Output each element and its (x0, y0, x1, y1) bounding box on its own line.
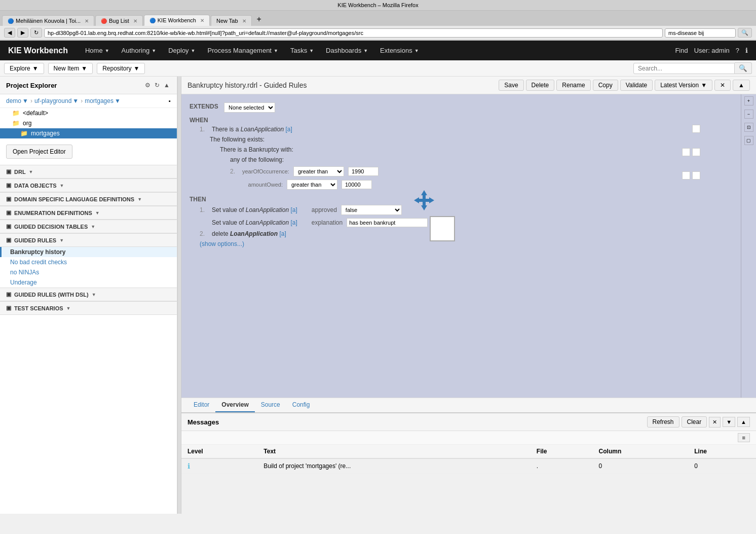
section-domain-specific[interactable]: ▣ DOMAIN SPECIFIC LANGUAGE DEFINITIONS ▼ (0, 192, 177, 206)
section-guided-rules[interactable]: ▣ GUIDED RULES ▼ (0, 233, 177, 247)
amount-operator-select[interactable]: greater than (287, 180, 337, 190)
sidebar-settings-button[interactable]: ⚙ (144, 81, 152, 90)
new-item-arrow-icon: ▼ (81, 65, 87, 72)
section-guided-decision-tables[interactable]: ▣ GUIDED DECISION TABLES ▼ (0, 220, 177, 233)
action-explanation: Set value of LoanApplication [a] explana… (200, 218, 733, 227)
browser-search[interactable] (665, 28, 736, 38)
canvas-zoom-in-button[interactable]: + (744, 96, 753, 105)
rule-canvas: EXTENDS None selected WHEN 1. T (181, 94, 741, 398)
sidebar-refresh-button[interactable]: ↻ (154, 81, 161, 90)
amount-value-input[interactable] (342, 180, 372, 189)
search-input[interactable] (633, 63, 735, 74)
test-scenarios-icon: ▣ (6, 305, 11, 311)
tab-editor[interactable]: Editor (187, 398, 215, 412)
data-objects-arrow-icon: ▼ (60, 183, 64, 188)
guided-rule-underage[interactable]: Underage (0, 277, 177, 288)
messages-clear-button[interactable]: Clear (682, 416, 707, 428)
canvas-expand-button[interactable]: ▢ (744, 136, 753, 145)
tab-close-2[interactable]: ✕ (200, 18, 204, 23)
validate-button[interactable]: Validate (620, 80, 653, 91)
messages-up-button[interactable]: ▲ (737, 417, 750, 427)
nav-authoring[interactable]: Authoring ▼ (117, 45, 162, 56)
new-item-button[interactable]: New Item ▼ (48, 63, 93, 74)
info-icon[interactable]: ℹ (745, 47, 748, 54)
app-header-right: Find User: admin ? ℹ (675, 47, 748, 54)
editor-close-button[interactable]: ✕ (714, 80, 731, 91)
help-icon[interactable]: ? (736, 47, 739, 54)
new-tab-button[interactable]: + (253, 13, 266, 26)
nav-tasks[interactable]: Tasks ▼ (285, 45, 319, 56)
explore-button[interactable]: Explore ▼ (4, 63, 44, 74)
row-level: ℹ (181, 458, 257, 474)
section-enumeration[interactable]: ▣ ENUMERATION DEFINITIONS ▼ (0, 206, 177, 220)
tree-org-folder[interactable]: 📁 org (0, 118, 177, 128)
messages-list-button[interactable]: ≡ (738, 433, 750, 442)
search-nav-button[interactable]: 🔍 (738, 28, 752, 38)
forward-button[interactable]: ▶ (17, 28, 28, 38)
breadcrumb-playground[interactable]: uf-playground ▼ (34, 97, 79, 104)
tab-close-0[interactable]: ✕ (85, 18, 89, 24)
browser-tab-2[interactable]: 🔵 KIE Workbench ✕ (144, 15, 210, 26)
guided-rule-bankruptcy[interactable]: Bankruptcy history (0, 247, 177, 257)
find-link[interactable]: Find (675, 47, 688, 54)
open-project-editor-button[interactable]: Open Project Editor (6, 145, 72, 159)
extends-select[interactable]: None selected (224, 102, 275, 113)
canvas-widget-1 (692, 125, 700, 133)
nav-dashboards[interactable]: Dashboards ▼ (321, 45, 373, 56)
svg-marker-1 (421, 205, 427, 210)
canvas-zoom-out-button[interactable]: − (744, 110, 753, 119)
browser-tab-3[interactable]: New Tab ✕ (211, 15, 252, 26)
approved-label: approved (312, 206, 337, 213)
show-options-link[interactable]: (show options...) (200, 240, 244, 247)
address-bar[interactable] (44, 28, 663, 38)
messages-close-button[interactable]: ✕ (709, 417, 721, 428)
messages-down-button[interactable]: ▼ (723, 417, 735, 427)
tree-mortgages-folder[interactable]: 📁 mortgages (0, 128, 177, 138)
rename-button[interactable]: Rename (556, 80, 590, 91)
search-button[interactable]: 🔍 (735, 62, 752, 74)
breadcrumb-collapse-button[interactable]: ▪ (169, 98, 171, 104)
save-button[interactable]: Save (499, 80, 523, 91)
year-operator-select[interactable]: greater than (293, 166, 344, 176)
condition-1: 1. There is a LoanApplication [a] The fo… (200, 126, 733, 163)
delete-button[interactable]: Delete (526, 80, 555, 91)
user-menu[interactable]: User: admin (694, 47, 730, 54)
canvas-widget-3b (692, 171, 700, 180)
approved-select[interactable]: false (341, 205, 402, 215)
tab-config[interactable]: Config (286, 398, 316, 412)
section-guided-rules-dsl[interactable]: ▣ GUIDED RULES (WITH DSL) ▼ (0, 288, 177, 301)
splitter[interactable] (177, 77, 181, 514)
section-data-objects[interactable]: ▣ DATA OBJECTS ▼ (0, 179, 177, 192)
tab-source[interactable]: Source (255, 398, 286, 412)
refresh-nav-button[interactable]: ↻ (30, 28, 42, 38)
tab-close-1[interactable]: ✕ (133, 18, 137, 24)
back-button[interactable]: ◀ (4, 28, 15, 38)
guided-rule-no-ninjas[interactable]: no NINJAs (0, 267, 177, 277)
nav-extensions[interactable]: Extensions ▼ (375, 45, 424, 56)
year-value-input[interactable] (348, 167, 379, 176)
latest-version-arrow-icon: ▼ (701, 82, 707, 89)
breadcrumb-demo[interactable]: demo ▼ (6, 97, 28, 104)
section-test-scenarios[interactable]: ▣ TEST SCENARIOS ▼ (0, 301, 177, 315)
editor-minimize-button[interactable]: ▲ (733, 80, 750, 91)
repository-button[interactable]: Repository ▼ (97, 63, 145, 74)
guided-rule-no-bad-credit[interactable]: No bad credit checks (0, 257, 177, 267)
latest-version-button[interactable]: Latest Version ▼ (655, 80, 712, 91)
browser-tab-0[interactable]: 🔵 Mehiläinen Kouvola | Toi... ✕ (2, 15, 94, 26)
tab-close-3[interactable]: ✕ (242, 18, 246, 24)
explanation-input[interactable] (347, 218, 428, 227)
editor-actions: Save Delete Rename Copy Validate Latest … (499, 80, 750, 91)
enumeration-icon: ▣ (6, 209, 11, 216)
nav-home[interactable]: Home ▼ (80, 45, 115, 56)
breadcrumb-mortgages[interactable]: mortgages ▼ (85, 97, 121, 104)
tree-default-folder[interactable]: 📁 <default> (0, 108, 177, 118)
copy-button[interactable]: Copy (593, 80, 618, 91)
sidebar-collapse-button[interactable]: ▲ (163, 81, 171, 90)
nav-deploy[interactable]: Deploy ▼ (163, 45, 200, 56)
tab-overview[interactable]: Overview (215, 398, 254, 412)
canvas-fit-button[interactable]: ⊡ (744, 123, 753, 132)
nav-process-management[interactable]: Process Management ▼ (203, 45, 283, 56)
messages-refresh-button[interactable]: Refresh (647, 416, 679, 428)
browser-tab-1[interactable]: 🔴 Bug List ✕ (95, 15, 143, 26)
section-drl[interactable]: ▣ DRL ▼ (0, 165, 177, 179)
